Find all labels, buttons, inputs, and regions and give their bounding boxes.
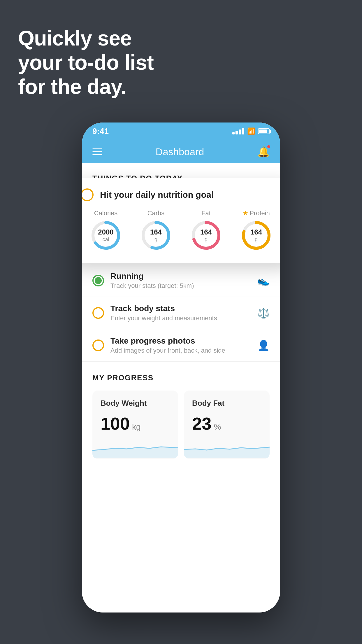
progress-section: MY PROGRESS Body Weight 100 kg — [82, 362, 280, 459]
status-icons: 📶 — [232, 127, 270, 135]
main-content: THINGS TO DO TODAY Hit your daily nutrit… — [82, 163, 280, 612]
body-stats-title: Track body stats — [110, 304, 251, 313]
nutrition-carbs: Carbs 164 g — [140, 209, 172, 251]
todo-item-photos[interactable]: Take progress photos Add images of your … — [82, 329, 280, 362]
todo-item-running[interactable]: Running Track your stats (target: 5km) 👟 — [82, 265, 280, 297]
carbs-label: Carbs — [147, 209, 165, 217]
running-text: Running Track your stats (target: 5km) — [110, 272, 251, 290]
hero-line2: your to-do list — [18, 50, 154, 75]
photos-subtitle: Add images of your front, back, and side — [110, 347, 251, 354]
protein-donut: 164 g — [240, 219, 272, 251]
calories-value: 2000 — [98, 228, 113, 237]
calories-unit: cal — [98, 237, 113, 243]
nutrition-fat: Fat 164 g — [190, 209, 222, 251]
protein-unit: g — [250, 237, 262, 243]
protein-label-row: ★ Protein — [242, 209, 270, 217]
notification-dot — [267, 145, 271, 149]
progress-cards: Body Weight 100 kg — [92, 391, 270, 459]
fat-donut: 164 g — [190, 219, 222, 251]
body-weight-sparkline — [92, 437, 178, 459]
battery-icon — [258, 128, 270, 134]
nutrition-circles: Calories 2000 cal — [82, 209, 280, 251]
progress-header: MY PROGRESS — [92, 373, 270, 382]
nutrition-protein: ★ Protein 164 g — [240, 209, 272, 251]
phone-frame: 9:41 📶 Dashboard 🔔 — [82, 123, 280, 612]
body-fat-title: Body Fat — [192, 399, 261, 408]
status-bar: 9:41 📶 — [82, 123, 280, 140]
body-weight-unit: kg — [132, 422, 141, 432]
running-title: Running — [110, 272, 251, 281]
running-circle — [92, 275, 104, 286]
card-circle-indicator — [82, 188, 94, 201]
signal-icon — [232, 128, 244, 134]
app-title: Dashboard — [156, 146, 204, 158]
body-fat-unit: % — [214, 422, 221, 432]
protein-label: Protein — [249, 209, 270, 217]
status-time: 9:41 — [92, 127, 109, 136]
fat-value: 164 — [200, 228, 212, 237]
app-header: Dashboard 🔔 — [82, 140, 280, 163]
wifi-icon: 📶 — [247, 127, 255, 135]
hero-text: Quickly see your to-do list for the day. — [18, 26, 154, 99]
calories-donut: 2000 cal — [90, 219, 122, 251]
fat-unit: g — [200, 237, 212, 243]
body-stats-subtitle: Enter your weight and measurements — [110, 314, 251, 322]
body-fat-card[interactable]: Body Fat 23 % — [184, 391, 270, 459]
shoe-icon: 👟 — [257, 275, 270, 286]
body-fat-value: 23 — [192, 414, 212, 434]
body-fat-sparkline — [184, 437, 270, 459]
body-weight-value: 100 — [101, 414, 130, 434]
photos-title: Take progress photos — [110, 336, 251, 346]
person-icon: 👤 — [257, 340, 270, 351]
star-icon: ★ — [242, 209, 248, 217]
nutrition-card-title: Hit your daily nutrition goal — [100, 190, 214, 200]
protein-value: 164 — [250, 228, 262, 237]
carbs-donut: 164 g — [140, 219, 172, 251]
photos-circle — [92, 340, 104, 351]
scale-icon: ⚖️ — [257, 307, 270, 319]
calories-label: Calories — [94, 209, 118, 217]
body-stats-circle — [92, 307, 104, 319]
body-weight-title: Body Weight — [101, 399, 170, 408]
body-stats-text: Track body stats Enter your weight and m… — [110, 304, 251, 322]
photos-text: Take progress photos Add images of your … — [110, 336, 251, 354]
todo-item-body-stats[interactable]: Track body stats Enter your weight and m… — [82, 297, 280, 329]
hero-line3: for the day. — [18, 75, 154, 99]
nutrition-calories: Calories 2000 cal — [90, 209, 122, 251]
hamburger-menu[interactable] — [92, 148, 102, 155]
carbs-unit: g — [150, 237, 162, 243]
running-subtitle: Track your stats (target: 5km) — [110, 282, 251, 290]
carbs-value: 164 — [150, 228, 162, 237]
fat-label: Fat — [201, 209, 211, 217]
notification-bell[interactable]: 🔔 — [257, 146, 270, 158]
nutrition-card: Hit your daily nutrition goal Calories 2 — [82, 178, 280, 263]
body-weight-card[interactable]: Body Weight 100 kg — [92, 391, 178, 459]
hero-line1: Quickly see — [18, 26, 154, 50]
